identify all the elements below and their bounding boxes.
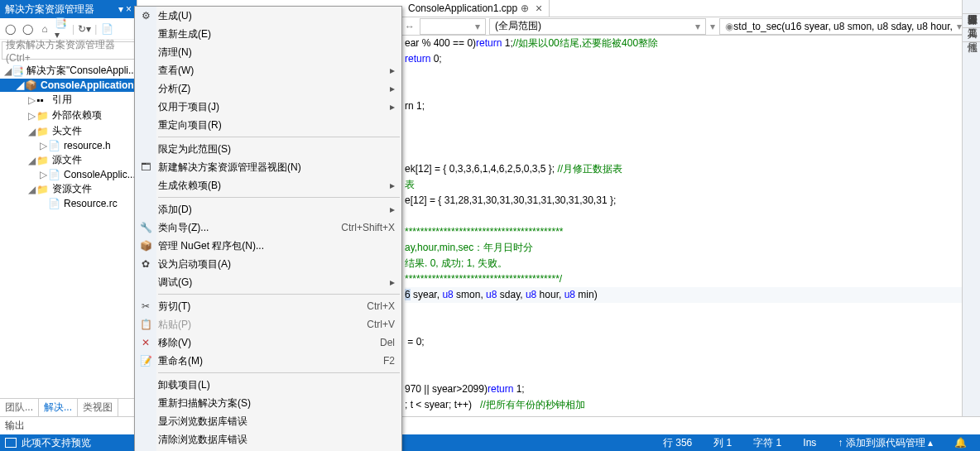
menu-item[interactable]: 清理(N) <box>135 43 401 61</box>
cpp-file-icon: 📄 <box>48 169 61 180</box>
showall-icon[interactable]: 📄 <box>99 22 114 36</box>
panel-bottom-tabs: 团队... 解决... 类视图 <box>0 398 137 416</box>
menu-item[interactable]: 添加(D)▸ <box>135 200 401 218</box>
notification-icon[interactable]: 🔔 <box>946 437 975 449</box>
tree-solution[interactable]: ◢📑解决方案"ConsoleAppli... <box>0 63 137 79</box>
panel-menu-icon[interactable]: ▾ × <box>118 3 132 15</box>
nav-member-combo[interactable]: ◉ std_to_sec(u16 syear, u8 smon, u8 sday… <box>719 18 968 35</box>
status-icon <box>5 438 17 448</box>
tree-console-cpp[interactable]: ▷📄ConsoleApplic... <box>0 168 137 181</box>
pin-icon[interactable]: ⊕ <box>521 2 529 14</box>
status-preview-text: 此项不支持预览 <box>22 436 91 450</box>
tab-team[interactable]: 团队... <box>0 399 39 416</box>
menu-item[interactable]: 清除浏览数据库错误 <box>135 430 401 449</box>
menu-item[interactable]: 📋粘贴(P)Ctrl+V <box>135 315 401 333</box>
refresh-icon[interactable]: ↻▾ <box>77 22 92 36</box>
menu-item[interactable]: 限定为此范围(S) <box>135 140 401 158</box>
editor-tabs-bar: ConsoleApplication1.cpp ⊕ × ▾ <box>401 0 980 17</box>
status-ins: Ins <box>795 437 824 449</box>
search-placeholder: 搜索解决方案资源管理器(Ctrl+ <box>6 38 131 64</box>
tab-server-explorer[interactable]: 服务器资源管理器 <box>963 0 980 14</box>
tree-project[interactable]: ◢📦ConsoleApplication <box>0 79 137 92</box>
menu-item[interactable]: 调试(G)▸ <box>135 273 401 291</box>
close-icon[interactable]: × <box>536 2 542 15</box>
rc-file-icon: 📄 <box>48 198 61 209</box>
menu-item[interactable]: 📦管理 NuGet 程序包(N)... <box>135 237 401 255</box>
panel-title: 解决方案资源管理器 <box>5 2 94 17</box>
menu-item[interactable]: 生成依赖项(B)▸ <box>135 176 401 194</box>
fwd-icon[interactable]: ◯ <box>20 22 35 36</box>
tab-solution[interactable]: 解决... <box>39 399 78 416</box>
nav-scope-combo[interactable]: (全局范围)▾ <box>489 18 706 35</box>
back-icon[interactable]: ◯ <box>2 22 17 36</box>
tree-sources[interactable]: ◢📁源文件 <box>0 152 137 168</box>
menu-item[interactable]: 🔧类向导(Z)...Ctrl+Shift+X <box>135 218 401 237</box>
editor-tab[interactable]: ConsoleApplication1.cpp ⊕ × <box>401 0 550 17</box>
menu-item[interactable]: ✿设为启动项目(A) <box>135 255 401 273</box>
panel-title-bar[interactable]: 解决方案资源管理器 ▾ × <box>0 0 137 18</box>
refs-icon: ▪▪ <box>36 94 50 106</box>
menu-item[interactable]: ✕移除(V)Del <box>135 333 401 352</box>
menu-item[interactable]: ⚙生成(U) <box>135 7 401 25</box>
sync-icon[interactable]: 📑▾ <box>55 22 70 36</box>
tree-headers[interactable]: ◢📁头文件 <box>0 123 137 139</box>
menu-item[interactable]: 分析(Z)▸ <box>135 79 401 98</box>
nav-back-icon[interactable]: ↔ <box>401 21 418 32</box>
tab-classview[interactable]: 类视图 <box>78 399 118 416</box>
menu-item[interactable]: 卸载项目(L) <box>135 376 401 394</box>
source-control-button[interactable]: ↑ 添加到源代码管理 ▴ <box>829 436 941 450</box>
h-file-icon: 📄 <box>48 140 61 151</box>
tab-toolbox[interactable]: 工具箱 <box>963 14 980 28</box>
panel-toolbar: ◯ ◯ ⌂ 📑▾ | ↻▾ | 📄 <box>0 18 137 40</box>
menu-item[interactable]: 🗔新建解决方案资源管理器视图(N) <box>135 158 401 176</box>
right-tool-tabs: 服务器资源管理器 工具箱 属性 <box>962 0 980 416</box>
menu-item[interactable]: 📝重命名(M)F2 <box>135 352 401 370</box>
folder-icon: 📁 <box>36 184 50 195</box>
nav-bar: ↔ ▾ (全局范围)▾ ▾ ◉ std_to_sec(u16 syear, u8… <box>401 17 980 36</box>
tree-resource-rc[interactable]: 📄Resource.rc <box>0 197 137 210</box>
folder-icon: 📁 <box>36 126 50 137</box>
code-editor[interactable]: ear % 400 == 0)return 1;//如果以00结尾,还要能被40… <box>401 36 968 416</box>
panel-search-input[interactable]: 搜索解决方案资源管理器(Ctrl+ <box>2 41 135 60</box>
context-menu: ⚙生成(U)重新生成(E)清理(N)查看(W)▸分析(Z)▸仅用于项目(J)▸重… <box>134 6 402 451</box>
menu-item[interactable]: 查看(W)▸ <box>135 61 401 79</box>
menu-item[interactable]: 重新生成(E) <box>135 25 401 43</box>
folder-icon: 📁 <box>36 110 50 122</box>
tree-resource-h[interactable]: ▷📄resource.h <box>0 139 137 152</box>
menu-item[interactable]: 显示浏览数据库错误 <box>135 412 401 430</box>
project-icon: 📦 <box>25 79 38 91</box>
tab-properties[interactable]: 属性 <box>963 28 980 42</box>
folder-icon: 📁 <box>36 155 50 166</box>
nav-left-combo[interactable]: ▾ <box>420 18 486 35</box>
tree-external[interactable]: ▷📁外部依赖项 <box>0 108 137 123</box>
menu-item[interactable]: 重定向项目(R) <box>135 116 401 134</box>
menu-item[interactable]: ✂剪切(T)Ctrl+X <box>135 297 401 315</box>
solution-icon: 📑 <box>12 65 24 77</box>
tree-refs[interactable]: ▷▪▪引用 <box>0 92 137 108</box>
solution-tree: ◢📑解决方案"ConsoleAppli... ◢📦ConsoleApplicat… <box>0 61 137 398</box>
home-icon[interactable]: ⌂ <box>37 22 52 36</box>
tree-resources[interactable]: ◢📁资源文件 <box>0 181 137 197</box>
menu-item[interactable]: 仅用于项目(J)▸ <box>135 98 401 116</box>
tab-filename: ConsoleApplication1.cpp <box>408 2 517 14</box>
menu-item[interactable]: 重新扫描解决方案(S) <box>135 394 401 412</box>
solution-explorer-panel: 解决方案资源管理器 ▾ × ◯ ◯ ⌂ 📑▾ | ↻▾ | 📄 搜索解决方案资源… <box>0 0 137 416</box>
